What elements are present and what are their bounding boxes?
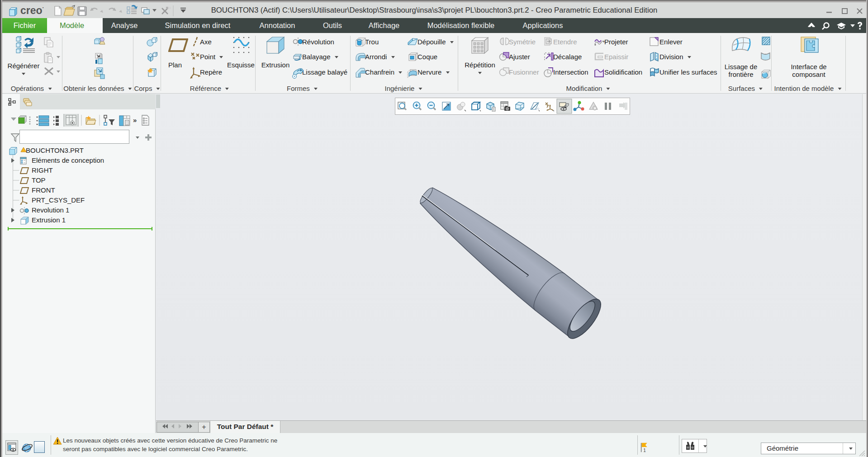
svg-text:1: 1 <box>643 448 646 453</box>
svg-text:»: » <box>133 116 137 124</box>
